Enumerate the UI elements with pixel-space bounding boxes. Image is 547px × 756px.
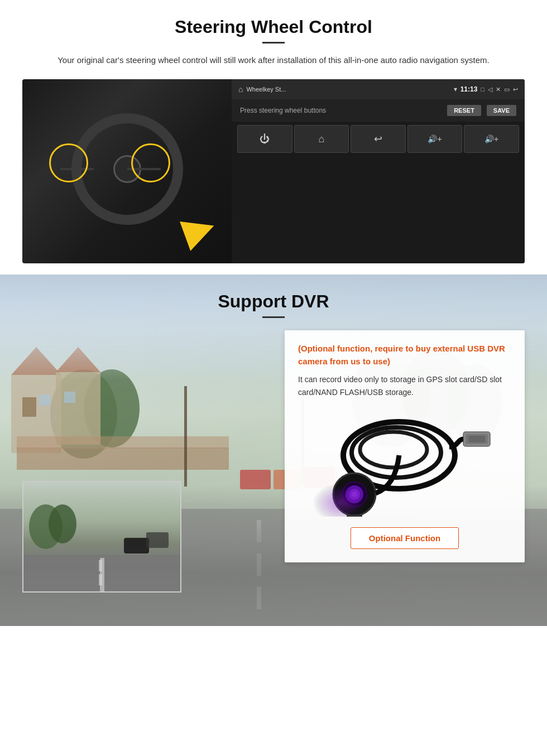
svg-rect-32 — [124, 538, 149, 553]
home-icon: ⌂ — [238, 85, 243, 94]
vol-up-btn[interactable]: 🔊+ — [407, 125, 463, 153]
dvr-small-screenshot — [22, 481, 181, 593]
steering-image-container: ⌂ Wheelkey St... ▾ 11:13 □ ◁ ✕ ▭ ↩ Press… — [22, 79, 525, 263]
dvr-info-card: (Optional function, require to buy exter… — [285, 330, 525, 562]
status-time: 11:13 — [460, 85, 478, 93]
section-subtitle: Your original car's steering wheel contr… — [56, 54, 491, 67]
back-btn[interactable]: ↩ — [351, 125, 406, 153]
steering-section: Steering Wheel Control Your original car… — [0, 0, 547, 275]
android-buttons-row: ⏻ ⌂ ↩ 🔊+ 🔊+ — [232, 122, 525, 156]
status-icons: □ ◁ ✕ ▭ ↩ — [481, 86, 518, 93]
title-divider — [262, 42, 285, 44]
home-btn[interactable]: ⌂ — [294, 125, 349, 153]
android-app-title: Wheelkey St... — [246, 86, 450, 93]
android-status-bar: ⌂ Wheelkey St... ▾ 11:13 □ ◁ ✕ ▭ ↩ — [232, 79, 525, 99]
svg-rect-39 — [468, 436, 485, 442]
dvr-optional-note: (Optional function, require to buy exter… — [298, 343, 511, 368]
yellow-circle-right — [131, 143, 170, 182]
camera-icon: □ — [481, 86, 484, 93]
screenshot-inner — [23, 482, 180, 591]
volume-icon: ◁ — [488, 86, 492, 93]
page-title: Steering Wheel Control — [22, 17, 525, 37]
dvr-divider — [262, 316, 285, 318]
toolbar-label: Press steering wheel buttons — [240, 107, 442, 114]
screen-icon: ▭ — [504, 86, 510, 93]
android-toolbar: Press steering wheel buttons RESET SAVE — [232, 99, 525, 122]
svg-point-28 — [49, 504, 76, 543]
svg-rect-29 — [23, 555, 181, 593]
dvr-section: Support DVR — [0, 275, 547, 626]
android-screen: ⌂ Wheelkey St... ▾ 11:13 □ ◁ ✕ ▭ ↩ Press… — [232, 79, 525, 263]
dvr-description: It can record video only to storage in G… — [298, 373, 511, 399]
save-button[interactable]: SAVE — [487, 105, 516, 116]
wifi-icon: ▾ — [454, 85, 457, 93]
power-btn[interactable]: ⏻ — [237, 125, 292, 153]
x-icon: ✕ — [496, 86, 501, 93]
svg-rect-31 — [99, 574, 102, 585]
arrow-overlay — [180, 211, 219, 251]
svg-point-36 — [360, 432, 427, 468]
reset-button[interactable]: RESET — [447, 105, 481, 116]
android-content — [232, 156, 525, 263]
steering-photo — [22, 79, 232, 263]
svg-rect-46 — [347, 514, 362, 517]
yellow-circle-left — [49, 143, 88, 182]
svg-rect-33 — [146, 532, 169, 548]
vol-down-btn[interactable]: 🔊+ — [464, 125, 519, 153]
dvr-camera-image — [298, 408, 511, 519]
optional-function-button[interactable]: Optional Function — [351, 527, 459, 549]
back-icon: ↩ — [513, 86, 518, 93]
dvr-title: Support DVR — [22, 291, 525, 312]
svg-rect-30 — [99, 560, 102, 571]
